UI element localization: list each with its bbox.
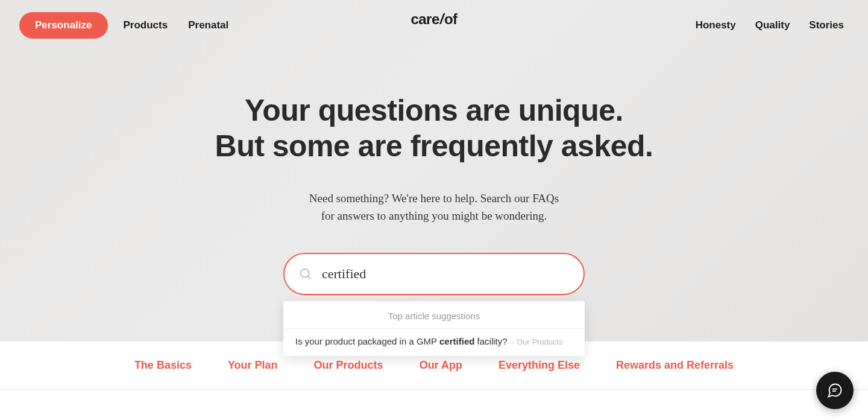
category-our-products[interactable]: Our Products <box>314 359 383 372</box>
sub-line-2: for answers to anything you might be won… <box>321 209 547 222</box>
search-suggestions: Top article suggestions Is your product … <box>283 301 585 356</box>
suggestion-pre: Is your product packaged in a GMP <box>295 336 439 346</box>
chat-widget-button[interactable] <box>816 372 854 409</box>
title-line-2: But some are frequently asked. <box>215 129 653 163</box>
suggestion-tag: - Our Products <box>510 337 563 346</box>
search-box[interactable] <box>283 253 585 295</box>
brand-logo[interactable]: care/of <box>410 11 457 28</box>
svg-line-1 <box>308 276 311 279</box>
suggestion-item[interactable]: Is your product packaged in a GMP certif… <box>283 328 585 356</box>
sub-line-1: Need something? We're here to help. Sear… <box>309 192 559 205</box>
search-container: Top article suggestions Is your product … <box>283 253 585 295</box>
hero-section: Your questions are unique. But some are … <box>0 41 868 295</box>
below-section <box>0 390 868 420</box>
suggestion-post: facility? <box>474 336 507 346</box>
category-the-basics[interactable]: The Basics <box>134 359 192 372</box>
nav-link-prenatal[interactable]: Prenatal <box>183 14 233 36</box>
nav-link-honesty[interactable]: Honesty <box>691 14 741 36</box>
personalize-button[interactable]: Personalize <box>19 12 108 39</box>
nav-left: Personalize Products Prenatal <box>19 12 233 39</box>
svg-point-0 <box>301 269 309 278</box>
category-rewards-referrals[interactable]: Rewards and Referrals <box>616 359 734 372</box>
nav-link-quality[interactable]: Quality <box>750 14 795 36</box>
nav-link-stories[interactable]: Stories <box>804 14 849 36</box>
logo-part2: of <box>444 11 458 28</box>
title-line-1: Your questions are unique. <box>245 94 623 127</box>
site-header: Personalize Products Prenatal care/of Ho… <box>0 0 868 41</box>
page-title: Your questions are unique. But some are … <box>0 93 868 164</box>
search-input[interactable] <box>322 266 571 282</box>
nav-right: Honesty Quality Stories <box>691 14 849 36</box>
suggestion-match: certified <box>439 336 474 346</box>
page-subtitle: Need something? We're here to help. Sear… <box>0 189 868 225</box>
category-our-app[interactable]: Our App <box>420 359 462 372</box>
nav-link-products[interactable]: Products <box>119 14 173 36</box>
chat-icon <box>826 382 843 399</box>
category-your-plan[interactable]: Your Plan <box>228 359 278 372</box>
logo-slash: / <box>440 11 444 28</box>
search-icon <box>299 267 312 281</box>
logo-part1: care <box>410 11 439 28</box>
suggestions-header: Top article suggestions <box>283 301 585 328</box>
category-everything-else[interactable]: Everything Else <box>498 359 580 372</box>
